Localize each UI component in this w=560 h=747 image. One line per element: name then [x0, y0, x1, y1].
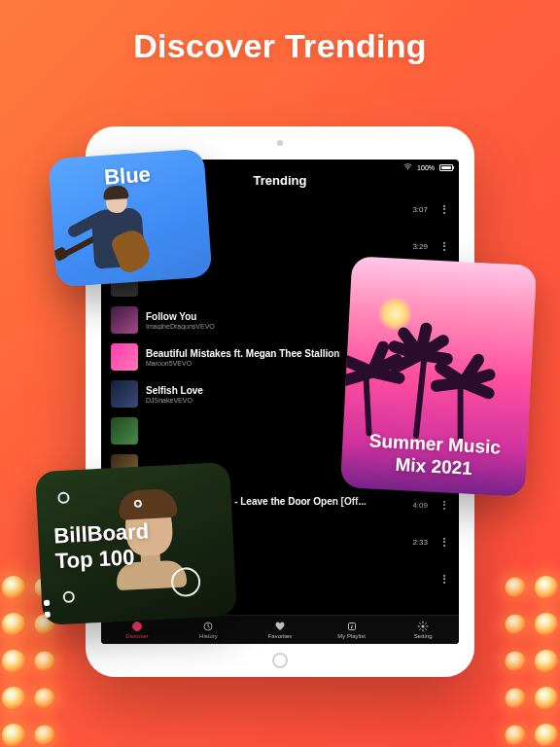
- hero-title: Discover Trending: [0, 27, 560, 65]
- gear-icon: [417, 621, 429, 632]
- heart-icon: [274, 621, 286, 632]
- track-duration: 3:07: [412, 205, 428, 214]
- card-title: Summer Music Mix 2021: [341, 429, 528, 482]
- promo-card-summer[interactable]: Summer Music Mix 2021: [340, 256, 537, 497]
- status-bar: 100%: [403, 163, 453, 171]
- promo-card-blue[interactable]: Blue: [49, 149, 213, 288]
- tab-setting[interactable]: Setting: [387, 616, 459, 644]
- camera-dot: [277, 140, 283, 146]
- compass-icon: [131, 621, 143, 632]
- track-thumb: [111, 380, 138, 408]
- palm-illustration: [367, 368, 376, 436]
- app-store-slide: Discover Trending 100% Trending ifferent…: [0, 0, 560, 747]
- more-icon[interactable]: [439, 205, 449, 214]
- card-title-line2: Top 100: [54, 545, 151, 575]
- more-icon[interactable]: [439, 538, 449, 547]
- tab-label: History: [199, 633, 218, 639]
- battery-icon: [439, 164, 453, 171]
- decorative-ring: [170, 567, 201, 598]
- more-icon[interactable]: [439, 242, 449, 251]
- tab-label: Setting: [414, 633, 433, 639]
- track-duration: 3:29: [412, 242, 428, 251]
- track-thumb: [111, 343, 138, 371]
- clock-icon: [202, 621, 214, 632]
- home-button[interactable]: [272, 653, 288, 668]
- svg-point-4: [350, 627, 352, 629]
- tab-history[interactable]: History: [173, 616, 245, 644]
- track-thumb: [111, 417, 138, 445]
- palm-illustration: [458, 378, 467, 441]
- more-icon[interactable]: [439, 501, 449, 510]
- tab-label: My Playlist: [337, 633, 366, 639]
- battery-percent: 100%: [417, 164, 435, 171]
- sun-illustration: [377, 297, 412, 332]
- more-icon[interactable]: [439, 575, 449, 584]
- card-title-line1: BillBoard: [53, 518, 150, 549]
- promo-card-billboard[interactable]: BillBoard Top 100: [35, 462, 237, 625]
- tab-my-playlist[interactable]: My Playlist: [316, 616, 388, 644]
- playlist-icon: [346, 621, 358, 632]
- palm-illustration: [413, 351, 424, 439]
- track-duration: 4:09: [412, 501, 428, 510]
- svg-point-0: [407, 168, 408, 169]
- tab-label: Favorites: [268, 633, 293, 639]
- tab-label: Discover: [125, 633, 148, 639]
- tab-favorites[interactable]: Favorites: [244, 616, 316, 644]
- decorative-ring: [57, 492, 70, 505]
- track-duration: 2:33: [412, 538, 428, 547]
- card-title: BillBoard Top 100: [53, 518, 151, 575]
- track-thumb: [111, 306, 138, 334]
- dot-grid-icon: [35, 600, 51, 625]
- wifi-icon: [403, 163, 412, 171]
- decorative-ring: [62, 590, 75, 603]
- svg-point-5: [422, 625, 425, 628]
- guitarist-illustration: [56, 181, 190, 287]
